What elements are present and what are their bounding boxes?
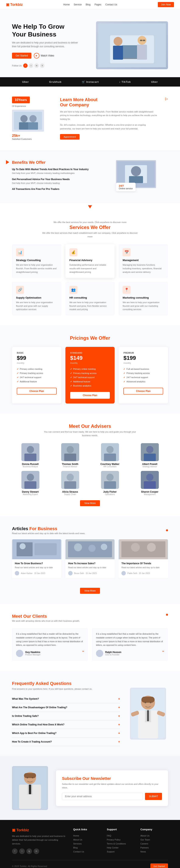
pricing-amount-standard: $149 — [70, 355, 110, 361]
follow-us: Follow Us f t in li — [12, 63, 80, 68]
author-avatar-2 — [121, 571, 126, 576]
about-image — [12, 110, 44, 132]
footer-link-careers[interactable]: Careers — [140, 842, 168, 846]
svg-point-13 — [29, 115, 36, 122]
faq-question-1[interactable]: What Are The Disadvantages Of Online Tra… — [12, 706, 120, 709]
section-arrow: ▷ — [165, 96, 168, 101]
footer-link-privacy[interactable]: Privacy Policy — [107, 838, 134, 842]
footer-link-blog[interactable]: Blog — [73, 846, 101, 850]
svg-rect-61 — [147, 710, 149, 721]
footer-link-partners[interactable]: Partners — [140, 846, 168, 850]
nav-link-home[interactable]: Home — [63, 3, 70, 6]
navbar: ▣ Torkbiz Home Service Blog Pages Contac… — [0, 0, 180, 9]
footer-link-services[interactable]: Services — [73, 842, 101, 846]
choose-plan-standard-button[interactable]: Choose Plan — [70, 392, 110, 399]
instagram-icon[interactable]: in — [34, 63, 39, 68]
article-date-1: 15 Jan 2023 — [85, 572, 97, 575]
team-role-1: Finance Advisor — [52, 466, 88, 468]
footer-facebook-icon[interactable]: f — [12, 848, 18, 854]
newsletter-email-input[interactable] — [62, 793, 143, 800]
services-grid: 📊 Strategy Consulting We are here to hel… — [12, 244, 168, 315]
footer-link-home[interactable]: Home — [73, 834, 101, 838]
logo-icon: ▣ — [6, 2, 9, 7]
nav-links: Home Service Blog Pages Contact Us — [63, 3, 117, 6]
svg-rect-30 — [144, 454, 156, 461]
view-more-articles-button[interactable]: View More — [80, 588, 100, 594]
newsletter-form: SUBMIT — [62, 793, 162, 800]
service-card-0: 📊 Strategy Consulting We are here to hel… — [12, 244, 61, 278]
hero-section: We Help To Grow Your Business We are ded… — [0, 9, 180, 77]
svg-point-17 — [131, 166, 141, 176]
faq-item-0: What Was The System? + — [12, 695, 120, 703]
team-role-6: Operations — [92, 493, 128, 495]
choose-plan-premium-button[interactable]: Choose Plan — [123, 388, 163, 395]
newsletter-submit-button[interactable]: SUBMIT — [145, 793, 162, 800]
faq-question-2[interactable]: Is Online Trading Safe? + — [12, 714, 120, 718]
appointment-button[interactable]: Appointment — [60, 134, 80, 140]
quote-icon-0: " — [82, 650, 84, 655]
footer-linkedin-icon[interactable]: in — [33, 848, 39, 854]
team-desc: You can connect and find our team easily… — [40, 430, 140, 437]
article-desc-0: Read our latest articles and stay up to … — [15, 566, 59, 569]
pricing-grid: BASIC $99 /monthly Primary online meetin… — [12, 347, 168, 403]
choose-plan-basic-button[interactable]: Choose Plan — [17, 388, 57, 395]
footer-grid: ▣ Torkbiz We are dedicated to help your … — [12, 828, 168, 854]
nav-link-pages[interactable]: Pages — [95, 3, 101, 6]
benefit-item-3: All Transactions Are Free For Pro Trader… — [12, 188, 108, 190]
faq-question-3[interactable]: Which Online Trading And How Does It Wor… — [12, 723, 120, 726]
service-card-4: 👥 HR consulting We are here to help your… — [66, 282, 115, 315]
quote-icon-1: " — [162, 650, 164, 655]
team-avatar-1 — [61, 443, 79, 461]
team-name-0: Donna Russell — [12, 463, 49, 466]
svg-point-51 — [101, 544, 107, 550]
nav-link-service[interactable]: Service — [74, 3, 82, 6]
view-more-team-button[interactable]: View More — [80, 500, 100, 506]
faq-question-0[interactable]: What Was The System? + — [12, 697, 120, 701]
footer-link-aboutus[interactable]: About Us — [140, 834, 168, 838]
footer-link-help[interactable]: Help Center — [107, 846, 134, 850]
testimonial-name-1: Ralph Husson — [105, 651, 121, 654]
watch-video-button[interactable]: ▶ Watch Video — [34, 53, 54, 58]
footer-logo: ▣ Torkbiz — [12, 828, 67, 832]
footer-link-contact[interactable]: Contact Us — [73, 850, 101, 854]
play-icon: ▶ — [34, 53, 40, 58]
about-title: Learn More About Our Company — [60, 97, 157, 107]
svg-rect-7 — [137, 45, 147, 60]
svg-point-63 — [150, 702, 151, 704]
twitter-icon[interactable]: t — [29, 63, 33, 68]
hero-description: We are dedicated to help your product an… — [12, 41, 80, 49]
faq-question-4[interactable]: Which App Is Best For Online Trading? + — [12, 732, 120, 735]
nav-link-blog[interactable]: Blog — [85, 3, 91, 6]
experience-label: Of Experience — [12, 105, 52, 107]
hero-text: We Help To Grow Your Business We are ded… — [12, 23, 80, 68]
footer-company-list: About Us Our Team Careers Partners News — [140, 834, 168, 854]
benefits-title: Benefits We Offer — [12, 160, 108, 165]
nav-link-contact[interactable]: Contact Us — [105, 3, 117, 6]
footer-instagram-icon[interactable]: ig — [26, 848, 32, 854]
faq-item-3: Which Online Trading And How Does It Wor… — [12, 720, 120, 729]
footer-get-started-button[interactable]: Get Started — [150, 863, 168, 868]
footer-link-news[interactable]: News — [140, 850, 168, 854]
svg-point-50 — [88, 545, 96, 552]
footer-link-faq[interactable]: FAQ — [107, 834, 134, 838]
footer-link-support[interactable]: Support — [107, 850, 134, 854]
svg-point-32 — [27, 474, 34, 481]
nav-cta-button[interactable]: Join Now — [158, 2, 174, 7]
facebook-icon[interactable]: f — [23, 63, 28, 68]
team-section: Meet Our Advisers You can connect and fi… — [0, 413, 180, 516]
svg-point-41 — [146, 474, 153, 481]
faq-section: Frequently Asked Questions Find answers … — [0, 671, 180, 756]
svg-point-55 — [147, 543, 156, 552]
linkedin-icon[interactable]: li — [40, 63, 44, 68]
brands-bar: Uber Grubhub 🛒 Instacart ♪ TikTok Uber — [0, 77, 180, 87]
footer-link-terms[interactable]: Terms & Conditions — [107, 842, 134, 846]
footer-link-about[interactable]: About Us — [73, 838, 101, 842]
faq-question-5[interactable]: How To Create A Trading Account? + — [12, 740, 120, 744]
team-name-1: Thomas Smith — [52, 463, 88, 466]
newsletter-section: Subscribe Our Newsletter Subscribe to ou… — [0, 756, 180, 820]
svg-rect-68 — [24, 773, 36, 778]
benefits-section: Benefits We Offer Up To Date With Market… — [0, 150, 180, 203]
footer-link-ourteam[interactable]: Our Team — [140, 838, 168, 842]
hero-get-started-button[interactable]: Get Started — [12, 53, 31, 59]
footer-twitter-icon[interactable]: t — [19, 848, 25, 854]
